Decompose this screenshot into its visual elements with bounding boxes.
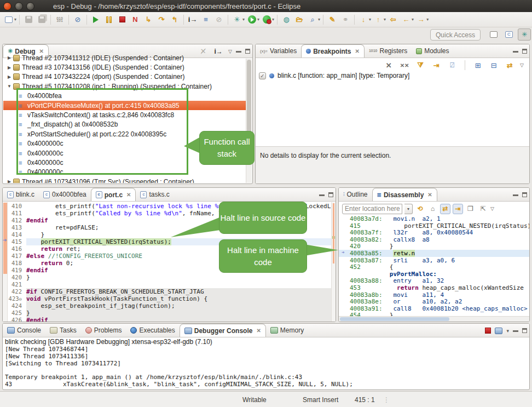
remove-breakpoint-button[interactable]: ✕ xyxy=(384,60,394,70)
breakpoints-maximize-button[interactable] xyxy=(522,49,527,54)
line-number[interactable]: 425 xyxy=(8,309,26,317)
track-expression-button[interactable]: ⇄ xyxy=(440,204,450,214)
skip-all-breakpoints-button[interactable]: ⊘ xyxy=(72,14,84,26)
disassembly-view-menu[interactable]: ▽ xyxy=(490,206,494,211)
line-number[interactable]: 423⊖ xyxy=(8,295,26,302)
console-output[interactable]: [New Thread 1073468744][New Thread 10734… xyxy=(5,346,527,388)
profile-button[interactable] xyxy=(261,14,273,26)
console-terminate-button[interactable] xyxy=(485,328,491,334)
tab-modules[interactable]: Modules xyxy=(412,44,453,58)
collapse-all-button[interactable]: ⊟ xyxy=(489,60,499,70)
disassembly-code-area[interactable]: 40083a7d: movi.n a2, 1415 portEXIT_CRITI… xyxy=(339,215,529,316)
tab-outline[interactable]: ⫶ Outline xyxy=(339,188,372,201)
tab-disassembly-close-icon[interactable]: ✕ xyxy=(427,192,432,198)
remove-all-breakpoints-button[interactable]: ✕✕ xyxy=(400,60,409,70)
disassembly-line[interactable]: 40083a7f: l32r a8, 0x40080544 xyxy=(339,229,529,236)
breakpoints-minimize-button[interactable] xyxy=(513,51,518,53)
mark-occurrences-button[interactable]: ✎ xyxy=(326,14,338,26)
suspend-button[interactable] xyxy=(103,14,115,26)
tab-port-c-close-icon[interactable]: ✕ xyxy=(126,192,131,198)
disconnect-button[interactable]: N xyxy=(129,14,141,26)
tab-executables[interactable]: Executables xyxy=(126,324,179,337)
editor-maximize-button[interactable] xyxy=(328,192,333,197)
tree-expander-icon[interactable]: ▶ xyxy=(7,74,12,79)
restart-button[interactable]: ⊘ xyxy=(213,14,225,26)
tab-problems[interactable]: Problems xyxy=(81,324,126,337)
console-minimize-button[interactable] xyxy=(513,330,518,332)
tab-console[interactable]: Console xyxy=(3,324,45,337)
debug-perspective-button[interactable]: ✳ xyxy=(518,28,531,41)
back-history-button[interactable]: ⇦ xyxy=(387,14,399,26)
line-number[interactable]: 418 xyxy=(8,260,26,267)
step-over-button[interactable]: ↷ xyxy=(155,14,167,26)
show-supported-breakpoints-button[interactable]: ⧩ xyxy=(415,60,425,70)
line-number[interactable]: 410 xyxy=(8,203,26,210)
go-to-line-button[interactable]: ↑ xyxy=(372,14,384,26)
open-resource-button[interactable]: 🗁 xyxy=(293,14,305,26)
last-edit-location-button[interactable]: ↓ xyxy=(357,14,369,26)
go-to-file-button[interactable]: ⇥ xyxy=(431,60,441,70)
line-number[interactable]: 417 xyxy=(8,253,26,260)
disassembly-hscroll-thumb[interactable] xyxy=(340,317,449,321)
terminate-button[interactable] xyxy=(116,14,128,26)
window-minimize-button[interactable] xyxy=(15,2,23,10)
tab-memory[interactable]: Memory xyxy=(266,324,308,337)
tab-variables[interactable]: (x)= Variables xyxy=(256,44,301,58)
thread-row[interactable]: ▶Thread #6 1073431096 (Tmr Svc) (Suspend… xyxy=(3,177,246,183)
step-return-button[interactable]: ↰ xyxy=(169,14,181,26)
annotations-button[interactable]: ⚭ xyxy=(339,14,351,26)
line-number[interactable]: 416 xyxy=(8,245,26,253)
build-button[interactable]: 010101 xyxy=(54,14,66,26)
line-number[interactable]: 424 xyxy=(8,302,26,309)
open-type-button[interactable]: ◍ xyxy=(280,14,292,26)
tab-port-c[interactable]: c port.c ✕ xyxy=(91,188,136,201)
tree-expander-icon[interactable]: ▶ xyxy=(7,179,12,183)
disassembly-line[interactable]: 420 } xyxy=(339,243,529,250)
tree-expander-icon[interactable]: ▶ xyxy=(7,65,12,70)
line-number[interactable]: 414 xyxy=(8,231,26,238)
step-into-button[interactable]: ↳ xyxy=(142,14,154,26)
disassembly-line[interactable]: 40083a91: call8 0x40081b20 <heap_caps_ma… xyxy=(339,305,529,312)
tab-blink-c[interactable]: c blink.c xyxy=(3,188,39,201)
editor-overview-ruler[interactable] xyxy=(331,202,336,322)
disassembly-line[interactable]: 40083a82: callx8 a8 xyxy=(339,236,529,243)
thread-row[interactable]: ▶Thread #3 1073413156 (IDLE) (Suspended … xyxy=(3,62,246,72)
line-number[interactable]: 415 xyxy=(8,238,26,245)
expand-all-button[interactable]: ⊞ xyxy=(473,60,483,70)
thread-row[interactable]: ▶Thread #2 1073411312 (IDLE) (Suspended … xyxy=(3,53,246,62)
disassembly-line[interactable]: ➜40083a85: retw.n xyxy=(339,250,529,257)
editor-line[interactable]: 421 xyxy=(8,281,331,288)
cpp-perspective-button[interactable]: C xyxy=(502,28,516,41)
pin-view-button[interactable]: ⇱ xyxy=(478,204,488,214)
refresh-button[interactable]: ⟲ xyxy=(415,204,425,214)
new-disassembly-view-button[interactable]: ❐ xyxy=(465,204,476,214)
save-all-button[interactable] xyxy=(36,14,48,26)
breakpoint-item[interactable]: ✓ blink.c [function: app_main] [type: Te… xyxy=(259,72,409,79)
line-number[interactable]: 413 xyxy=(8,224,26,231)
debug-button[interactable]: ✳ xyxy=(231,14,243,26)
line-number[interactable]: 426 xyxy=(8,317,26,322)
fold-marker-icon[interactable]: ⊖ xyxy=(19,296,22,302)
home-button[interactable]: ⌂ xyxy=(427,204,438,214)
editor-line[interactable]: 426#endif xyxy=(8,317,331,322)
sync-with-active-context-button[interactable]: ⇥ xyxy=(453,204,463,214)
editor-line[interactable]: 422#if CONFIG_FREERTOS_BREAK_ON_SCHEDULE… xyxy=(8,288,331,295)
resume-button[interactable] xyxy=(90,14,102,26)
editor-line[interactable]: 425} xyxy=(8,309,331,317)
disassembly-line[interactable]: 40083a87: srli a3, a0, 6 xyxy=(339,257,529,264)
link-with-debug-button[interactable]: ⇄ xyxy=(505,60,514,70)
disassembly-line[interactable]: 40083a8e: or a10, a2, a2 xyxy=(339,298,529,305)
tab-0x4000bfea[interactable]: c 0x4000bfea xyxy=(39,188,91,201)
disassembly-line[interactable]: 40083a8b: movi a11, 4 xyxy=(339,291,529,299)
quick-access-box[interactable]: Quick Access xyxy=(430,29,481,41)
save-button[interactable] xyxy=(22,14,34,26)
disassembly-line[interactable]: 415 portEXIT_CRITICAL_NESTED(irqStatus) xyxy=(339,222,529,230)
editor-minimize-button[interactable] xyxy=(319,194,325,196)
console-dropdown[interactable]: ▾ xyxy=(506,328,509,334)
editor-line[interactable]: 424 esp_set_breakpoint_if_jtag(function)… xyxy=(8,302,331,309)
instruction-stepping-button[interactable]: i→ xyxy=(187,14,199,26)
open-perspective-button[interactable] xyxy=(487,28,500,41)
line-number[interactable]: 419 xyxy=(8,267,26,274)
tree-expander-icon[interactable]: ▶ xyxy=(7,55,12,60)
window-close-button[interactable] xyxy=(3,2,11,10)
